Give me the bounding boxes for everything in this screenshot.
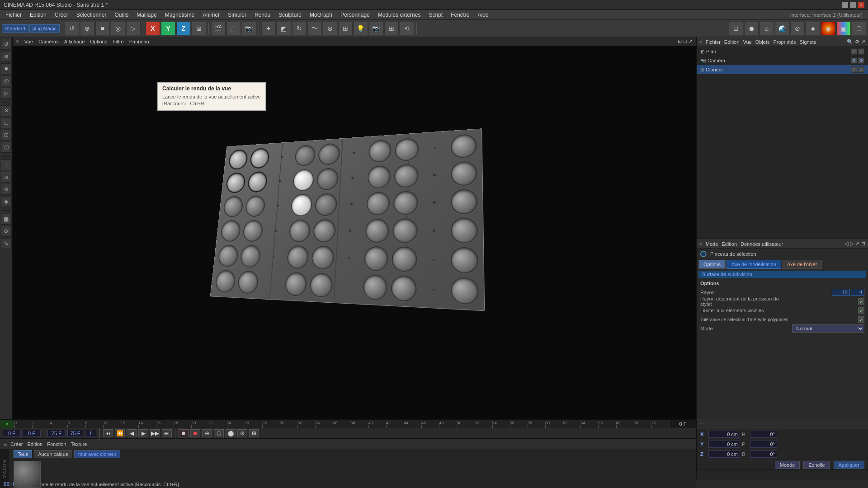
left-tool-9[interactable]: ⬡: [1, 142, 12, 153]
menu-script[interactable]: Script: [425, 11, 446, 19]
mode-standard[interactable]: Standard: [2, 24, 28, 33]
minimize-button[interactable]: –: [842, 2, 848, 8]
prop-limiter-check[interactable]: ✓: [858, 307, 864, 314]
left-tool-12[interactable]: ⊛: [1, 184, 12, 195]
pinceau-radio[interactable]: [700, 251, 707, 257]
frame-fps-input[interactable]: [67, 430, 83, 437]
tree-check-cam-2[interactable]: ⚙: [858, 57, 864, 64]
tool-morph[interactable]: ⟲: [400, 22, 414, 35]
tool-render-view[interactable]: 🎥: [226, 22, 241, 35]
menu-modules[interactable]: Modules externes: [374, 11, 425, 19]
vp-ctrl-3[interactable]: ↗: [689, 38, 693, 44]
tool-move[interactable]: ✦: [261, 22, 276, 35]
tool-tag[interactable]: ⊞: [338, 22, 353, 35]
ph-edition[interactable]: Edition: [722, 241, 737, 247]
vp-tab-vue[interactable]: Vue: [24, 39, 33, 44]
tool-extra[interactable]: ⬡: [852, 22, 866, 35]
menu-simuler[interactable]: Simuler: [224, 11, 250, 19]
tool-x-axis[interactable]: X: [146, 22, 160, 35]
menu-mograph[interactable]: MoGraph: [306, 11, 336, 19]
tool-z-axis[interactable]: Z: [176, 22, 191, 35]
vp-ctrl-2[interactable]: □: [684, 38, 687, 44]
prop-stylet-check[interactable]: ✓: [858, 298, 864, 305]
rec-playback-button[interactable]: ⊞: [249, 429, 259, 437]
vp-ctrl-1[interactable]: ⊡: [678, 38, 682, 44]
filter-aucun-calque[interactable]: Aucun calque: [34, 450, 72, 458]
tool-curve[interactable]: 〜: [307, 22, 322, 35]
step-back-button[interactable]: ⏪: [115, 429, 125, 437]
coord-z-input[interactable]: [708, 450, 740, 458]
menu-magnetisme[interactable]: Magnétisme: [161, 11, 198, 19]
frame-counter-input[interactable]: [85, 430, 96, 437]
prop-rayon-extra[interactable]: [851, 289, 864, 296]
left-tool-3[interactable]: ■: [1, 63, 12, 74]
tool-cloth[interactable]: 🌊: [775, 22, 789, 35]
vp-tab-filtre[interactable]: Filtre: [113, 39, 123, 44]
prop-rayon-value[interactable]: [832, 289, 850, 296]
record-button[interactable]: ⏺: [179, 429, 189, 437]
left-tool-8[interactable]: ⊡: [1, 130, 12, 141]
left-tool-15[interactable]: ⟳: [1, 226, 12, 237]
appliquer-button[interactable]: Appliquer: [834, 461, 864, 469]
rec-key-button[interactable]: ⬡: [214, 429, 224, 437]
left-tool-16[interactable]: ∿: [1, 238, 12, 249]
ph-arrow-left-icon[interactable]: ◁: [844, 241, 848, 247]
close-button[interactable]: ×: [858, 2, 864, 8]
tree-item-plan[interactable]: ◩ Plan ✓ ✓: [697, 47, 868, 56]
tool-anim[interactable]: ⏺: [744, 22, 759, 35]
tool-cube[interactable]: ■: [95, 22, 110, 35]
menu-creer[interactable]: Créer: [51, 11, 72, 19]
coord-y-input[interactable]: [708, 441, 740, 448]
tool-y-axis[interactable]: Y: [161, 22, 175, 35]
menu-outils[interactable]: Outils: [111, 11, 132, 19]
tree-item-cloneur[interactable]: ⊞ Cloneur ✓ ✓: [697, 65, 868, 74]
tool-play[interactable]: ▷: [126, 22, 141, 35]
tool-sky[interactable]: ◉: [821, 22, 835, 35]
tool-render-pic[interactable]: 📷: [242, 22, 256, 35]
left-tool-1[interactable]: ↺: [1, 39, 12, 50]
left-tool-11[interactable]: ≋: [1, 172, 12, 183]
tree-check-clon-1[interactable]: ✓: [851, 66, 857, 73]
tree-item-camera[interactable]: 📷 Caméra ⚙ ⚙: [697, 56, 868, 65]
rp-gear-icon[interactable]: ⚙: [855, 39, 859, 45]
scene-area[interactable]: Calculer le rendu de la vue Lance le ren…: [13, 46, 696, 419]
subtab-options[interactable]: Options: [698, 260, 726, 269]
material-thumb-1[interactable]: [14, 461, 41, 488]
menu-sculpture[interactable]: Sculpture: [275, 11, 305, 19]
play-rev-button[interactable]: ◀: [127, 429, 137, 437]
tree-check-vis[interactable]: ✓: [851, 48, 857, 55]
tool-camera[interactable]: 📷: [369, 22, 383, 35]
tool-grid[interactable]: ⊞: [384, 22, 399, 35]
frame-end1-input[interactable]: [47, 430, 66, 437]
echelle-button[interactable]: Echelle: [803, 461, 830, 469]
left-tool-4[interactable]: ◎: [1, 75, 12, 86]
coord-p-input[interactable]: [750, 441, 777, 448]
prop-tolerance-check[interactable]: ✓: [858, 316, 864, 323]
tool-render-region[interactable]: 🎬: [211, 22, 226, 35]
menu-fichier[interactable]: Fichier: [2, 11, 25, 19]
frame-current-input[interactable]: [23, 430, 41, 437]
left-tool-7[interactable]: ∟: [1, 117, 12, 128]
play-fwd-button[interactable]: ▶▶: [150, 429, 160, 437]
rp-menu-objets[interactable]: Objets: [755, 39, 770, 45]
bp-fonction[interactable]: Fonction: [47, 441, 66, 447]
rp-expand-icon[interactable]: ↗: [861, 39, 865, 45]
tool-material[interactable]: ◈: [806, 22, 820, 35]
tree-check-clon-2[interactable]: ✓: [858, 66, 864, 73]
tool-deform[interactable]: ⌂: [760, 22, 774, 35]
subtab-axe-obj[interactable]: Axe de l'objet: [782, 260, 822, 269]
frame-start-input[interactable]: [3, 430, 21, 437]
vp-tab-options[interactable]: Options: [90, 39, 107, 44]
rp-menu-signets[interactable]: Signets: [800, 39, 816, 45]
bp-creer[interactable]: Créer: [10, 441, 23, 447]
mode-plug-magic[interactable]: plug Magic: [29, 24, 60, 33]
filter-tous[interactable]: Tous: [14, 450, 32, 458]
rec-extra-button[interactable]: ⊕: [202, 429, 212, 437]
tool-rotate2[interactable]: ↻: [292, 22, 307, 35]
menu-edition[interactable]: Edition: [26, 11, 50, 19]
ph-mode[interactable]: Mode: [706, 241, 718, 247]
ph-arrow-right-icon[interactable]: ▷: [850, 241, 854, 247]
filter-mur[interactable]: mur avec cloneur: [74, 450, 120, 458]
left-tool-6[interactable]: ✕: [1, 105, 12, 116]
menu-rendu[interactable]: Rendu: [251, 11, 274, 19]
